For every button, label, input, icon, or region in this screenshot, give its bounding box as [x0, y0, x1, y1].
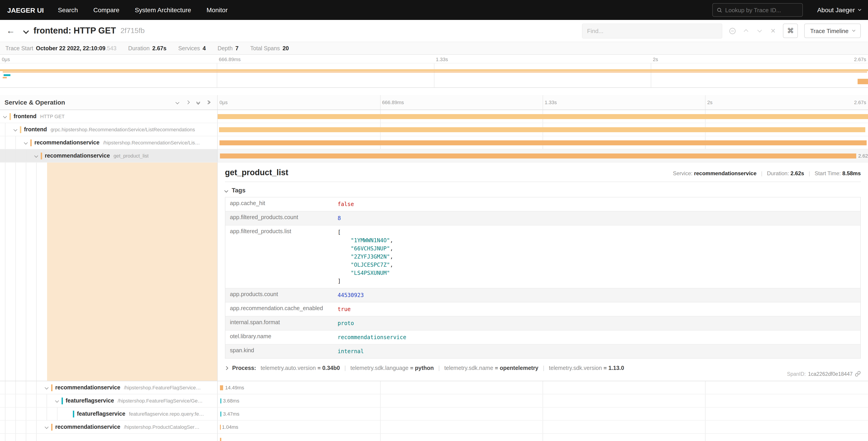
back-icon[interactable]: ←: [6, 26, 15, 36]
trace-summary: Trace StartOctober 22 2022, 22:10:09.543…: [0, 42, 868, 55]
span-row-name-column[interactable]: recommendationservice/hipstershop.Recomm…: [0, 136, 218, 149]
span-duration-bar[interactable]: [220, 385, 223, 390]
indent-guide: [26, 381, 26, 394]
span-duration-label: 3.68ms: [223, 398, 239, 404]
tags-section-toggle[interactable]: Tags: [225, 184, 861, 197]
span-duration-bar[interactable]: [218, 114, 868, 119]
search-icon: [717, 7, 722, 13]
service-color-marker: [73, 410, 74, 417]
span-duration-bar[interactable]: [220, 412, 221, 416]
about-jaeger-menu[interactable]: About Jaeger: [817, 6, 861, 13]
title-collapse-chevron[interactable]: [24, 27, 28, 35]
indent-guide: [36, 394, 37, 407]
prev-result-icon[interactable]: [742, 29, 749, 33]
minimap-canvas[interactable]: [0, 63, 868, 88]
keyboard-shortcuts-button[interactable]: ⌘: [783, 24, 798, 38]
tag-value: recommendationservice: [338, 330, 406, 344]
operation-name: grpc.hipstershop.RecommendationService/L…: [51, 127, 195, 132]
span-row-timeline[interactable]: 1.04ms: [218, 421, 868, 434]
expand-all-icon[interactable]: [207, 101, 209, 104]
span-row-name-column[interactable]: frontendHTTP GET: [0, 110, 218, 123]
tag-row: app.filtered_products.count8: [225, 211, 860, 226]
span-duration-bar[interactable]: [220, 425, 221, 430]
expand-one-icon[interactable]: [186, 100, 190, 105]
span-row-timeline[interactable]: 14.49ms: [218, 381, 868, 394]
span-row[interactable]: frontendgrpc.hipstershop.RecommendationS…: [0, 123, 868, 136]
tag-key: otel.library.name: [225, 330, 338, 342]
span-row-timeline[interactable]: [218, 136, 868, 149]
span-row[interactable]: frontendHTTP GET: [0, 110, 868, 123]
chevron-down-icon[interactable]: [34, 154, 38, 158]
span-detail-panel: get_product_listService: recommendations…: [218, 163, 868, 381]
span-row-timeline[interactable]: [218, 110, 868, 123]
timeline-columns-header: Service & Operation 0μs666.89ms1.33s2s2.…: [0, 95, 868, 110]
span-row-timeline[interactable]: 2.62s: [218, 149, 868, 163]
operation-name: HTTP GET: [40, 114, 64, 119]
overview-item: Service: recommendationservice: [673, 170, 757, 177]
span-row-name-column[interactable]: frontendgrpc.hipstershop.RecommendationS…: [0, 123, 218, 136]
trace-view-dropdown[interactable]: Trace Timeline: [804, 24, 861, 38]
nav-item-system-architecture[interactable]: System Architecture: [127, 6, 199, 13]
circle-minus-icon[interactable]: [728, 27, 736, 34]
span-row[interactable]: recommendationserviceget_product_list2.6…: [0, 149, 868, 163]
trace-lookup-input[interactable]: [725, 6, 798, 13]
span-duration-bar[interactable]: [220, 399, 221, 404]
chevron-down-icon[interactable]: [3, 115, 7, 118]
span-duration-bar[interactable]: [220, 153, 857, 158]
collapse-one-icon[interactable]: [176, 100, 180, 105]
jaeger-trace-page: JAEGER UI SearchCompareSystem Architectu…: [0, 0, 868, 441]
span-row-timeline[interactable]: 3.68ms: [218, 394, 868, 408]
summary-item: Depth7: [217, 45, 239, 51]
chevron-down-icon[interactable]: [45, 386, 49, 390]
indent-guide: [57, 408, 58, 420]
span-row-name-column[interactable]: recommendationserviceget_product_list: [0, 149, 218, 163]
chevron-down-icon[interactable]: [13, 128, 18, 131]
span-row-timeline[interactable]: [218, 123, 868, 136]
span-row[interactable]: [0, 434, 868, 441]
span-duration-bar[interactable]: [220, 438, 221, 441]
span-row[interactable]: recommendationservice/hipstershop.Recomm…: [0, 136, 868, 149]
tag-row: internal.span.formatproto: [225, 317, 860, 330]
tag-value-text: false: [338, 201, 354, 207]
nav-item-compare[interactable]: Compare: [86, 6, 127, 13]
nav-item-search[interactable]: Search: [50, 6, 86, 13]
indent-guide: [36, 163, 37, 381]
span-row-name-column[interactable]: recommendationservice/hipstershop.Featur…: [0, 381, 218, 394]
collapse-all-icon[interactable]: [197, 101, 199, 103]
indent-guide: [16, 434, 16, 441]
link-icon[interactable]: [855, 371, 861, 377]
span-row-timeline[interactable]: 3.47ms: [218, 408, 868, 421]
find-input[interactable]: [582, 23, 722, 38]
process-row[interactable]: Process:telemetry.auto.version = 0.34b0|…: [225, 365, 861, 371]
span-row-name-column[interactable]: [0, 434, 218, 441]
summary-label: Depth: [217, 45, 232, 51]
span-duration-bar[interactable]: [219, 140, 867, 145]
span-row[interactable]: recommendationservice/hipstershop.Produc…: [0, 421, 868, 434]
span-duration-bar[interactable]: [219, 127, 866, 132]
json-list-item: "1YMWWN1N4O",: [338, 236, 393, 244]
span-row[interactable]: featureflagservicefeatureflagservice.rep…: [0, 408, 868, 421]
overview-label: Service:: [673, 170, 694, 177]
span-row[interactable]: featureflagservice/hipstershop.FeatureFl…: [0, 394, 868, 408]
chevron-down-icon[interactable]: [55, 399, 59, 403]
span-detail-overview: Service: recommendationservice|Duration:…: [673, 170, 861, 177]
span-row-timeline[interactable]: [218, 434, 868, 441]
service-name: recommendationservice: [45, 153, 110, 159]
next-result-icon[interactable]: [756, 30, 763, 32]
tags-table: app.cache_hitfalseapp.filtered_products.…: [225, 197, 861, 359]
chevron-down-icon[interactable]: [45, 425, 49, 429]
chevron-down-icon[interactable]: [24, 141, 28, 145]
process-attr-value: opentelemetry: [500, 365, 538, 371]
span-row-name-column[interactable]: featureflagservice/hipstershop.FeatureFl…: [0, 394, 218, 408]
clear-search-icon[interactable]: ✕: [769, 28, 777, 34]
operation-name: featureflagservice.repo.query:fe…: [129, 411, 204, 416]
trace-lookup[interactable]: [712, 3, 803, 17]
span-row[interactable]: recommendationservice/hipstershop.Featur…: [0, 381, 868, 394]
tag-value-text: 8: [338, 215, 341, 222]
nav-item-monitor[interactable]: Monitor: [199, 6, 235, 13]
service-color-marker: [51, 423, 53, 430]
span-row-name-column[interactable]: featureflagservicefeatureflagservice.rep…: [0, 408, 218, 421]
app-logo[interactable]: JAEGER UI: [7, 6, 44, 14]
span-row-name-column[interactable]: recommendationservice/hipstershop.Produc…: [0, 421, 218, 434]
trace-page-header: ← frontend: HTTP GET 2f715fb ✕ ⌘ Trace T…: [0, 20, 868, 42]
